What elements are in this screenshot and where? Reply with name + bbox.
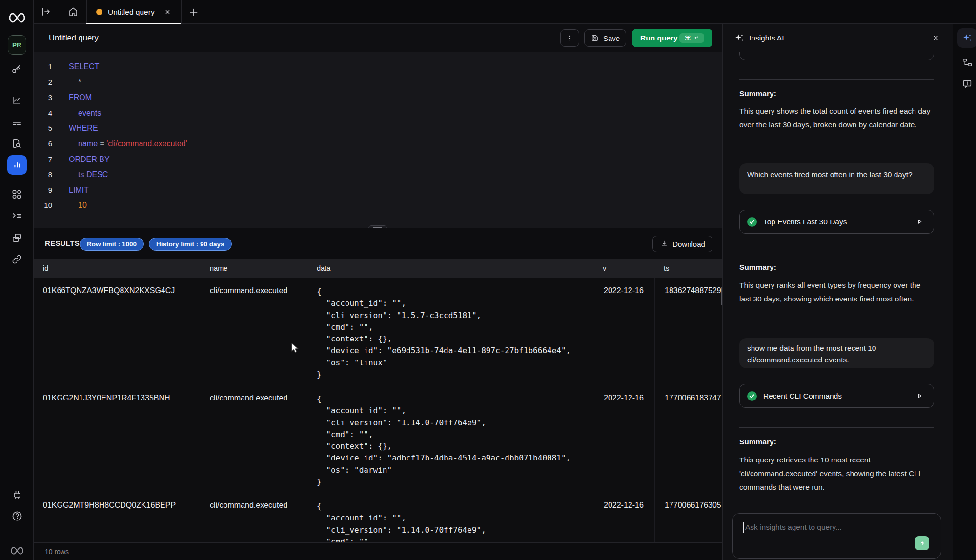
unsaved-dot-icon xyxy=(96,9,102,15)
cell-id: 01KGG2N1J3Y0ENP1R4F1335BNH xyxy=(43,394,170,402)
col-data: data xyxy=(317,259,330,278)
tab-close-icon[interactable] xyxy=(164,9,171,15)
mouse-cursor xyxy=(290,342,301,354)
insights-close-icon[interactable] xyxy=(932,34,939,41)
history-limit-pill[interactable]: History limit : 90 days xyxy=(149,238,232,251)
sql-editor[interactable]: 1SELECT 2* 3FROM 4events 5WHERE 6 name =… xyxy=(34,52,722,228)
cell-data: { "account_id": "", "cli_version": "1.14… xyxy=(317,393,570,488)
app-window: PR xyxy=(0,0,976,560)
home-icon[interactable] xyxy=(67,6,79,18)
table-header: id name data v ts xyxy=(34,259,722,278)
cell-v: 2022-12-16 xyxy=(604,286,644,295)
user-question-bubble: Which events fired most often in the las… xyxy=(739,163,934,194)
row-limit-pill[interactable]: Row limit : 1000 xyxy=(80,238,144,251)
summary-label: Summary: xyxy=(739,438,776,446)
query-header: Untitled query Save Run query ⌘ xyxy=(34,24,722,52)
download-button[interactable]: Download xyxy=(652,236,712,252)
save-icon xyxy=(590,34,599,42)
cell-name: cli/command.executed xyxy=(210,501,287,510)
summary-label: Summary: xyxy=(739,263,776,272)
plug-icon[interactable] xyxy=(0,490,34,501)
send-button[interactable] xyxy=(915,536,929,550)
rail-feedback-icon[interactable] xyxy=(962,79,973,89)
insights-panel: Insights AI Summary: This query shows th… xyxy=(722,24,953,560)
col-name: name xyxy=(210,259,227,278)
play-icon xyxy=(915,218,924,226)
app-logo-icon[interactable] xyxy=(0,12,34,23)
insights-title: Insights AI xyxy=(749,24,784,52)
log-list-icon[interactable] xyxy=(0,117,34,128)
rail-insights-icon[interactable] xyxy=(957,28,976,48)
results-label: RESULTS xyxy=(45,228,80,259)
cell-id: 01K66TQNZA3WFBQ8XN2KXSG4CJ xyxy=(43,286,175,295)
query-card[interactable]: Top Events Last 30 Days xyxy=(739,210,934,234)
cell-v: 2022-12-16 xyxy=(604,394,644,402)
save-button[interactable]: Save xyxy=(584,29,626,47)
cell-name: cli/command.executed xyxy=(210,394,287,402)
key-icon[interactable] xyxy=(0,63,34,75)
results-toolbar: RESULTS Row limit : 1000 History limit :… xyxy=(34,228,722,259)
cell-id: 01KGG2MT9H8H8CCDQ0ZK16BEPP xyxy=(43,501,176,510)
cell-v: 2022-12-16 xyxy=(604,501,644,510)
cell-ts: 1770066183747 xyxy=(665,394,721,402)
insights-header: Insights AI xyxy=(723,24,953,52)
cell-data: { "account_id": "", "cli_version": "1.14… xyxy=(317,500,486,542)
download-icon xyxy=(660,240,669,248)
arrow-up-icon xyxy=(918,540,926,547)
scrolled-card-partial xyxy=(739,52,934,60)
sparkles-icon xyxy=(734,33,745,43)
collapse-sidebar-icon[interactable] xyxy=(40,6,52,18)
more-options-button[interactable] xyxy=(560,29,579,47)
insights-input[interactable]: Ask insights agent to query... xyxy=(732,513,941,559)
play-icon xyxy=(915,392,924,400)
tab-untitled-query[interactable]: Untitled query xyxy=(86,0,181,24)
tab-bar: Untitled query xyxy=(34,0,976,24)
status-bar: 10 rows xyxy=(34,542,722,560)
footer-logo-icon xyxy=(0,546,34,555)
user-question-bubble: show me data from the most recent 10 cli… xyxy=(739,338,934,368)
table-body: 01K66TQNZA3WFBQ8XN2KXSG4CJ cli/command.e… xyxy=(34,278,722,542)
bar-chart-icon-active[interactable] xyxy=(0,155,34,175)
summary-text: This query retrieves the 10 most recent … xyxy=(739,453,932,494)
text-cursor xyxy=(743,522,744,533)
shapes-grid-icon[interactable] xyxy=(0,189,34,200)
summary-label: Summary: xyxy=(739,89,776,98)
new-tab-icon[interactable] xyxy=(188,6,200,18)
workspace-badge[interactable]: PR xyxy=(0,35,34,55)
col-v: v xyxy=(603,259,606,278)
cell-name: cli/command.executed xyxy=(210,286,287,295)
col-id: id xyxy=(43,259,48,278)
return-key-icon xyxy=(692,35,699,41)
col-ts: ts xyxy=(664,259,669,278)
check-circle-icon xyxy=(747,217,757,227)
tab-title: Untitled query xyxy=(108,0,155,24)
right-rail xyxy=(953,24,976,560)
line-chart-icon[interactable] xyxy=(0,95,34,106)
query-card[interactable]: Recent CLI Commands xyxy=(739,384,934,408)
doc-search-icon[interactable] xyxy=(0,139,34,150)
summary-text: This query shows the total count of even… xyxy=(739,104,932,132)
row-count: 10 rows xyxy=(45,548,69,556)
cell-data: { "account_id": "", "cli_version": "1.5.… xyxy=(317,286,570,380)
help-icon[interactable] xyxy=(0,510,34,522)
rail-tree-icon[interactable] xyxy=(962,57,973,68)
link-icon[interactable] xyxy=(0,254,34,265)
run-shortcut-badge: ⌘ xyxy=(679,33,704,43)
input-placeholder: Ask insights agent to query... xyxy=(745,522,842,533)
windows-icon[interactable] xyxy=(0,232,34,243)
check-circle-icon xyxy=(747,391,757,401)
terminal-list-icon[interactable] xyxy=(0,210,34,221)
left-sidebar: PR xyxy=(0,0,34,560)
run-query-button[interactable]: Run query ⌘ xyxy=(632,29,712,47)
cell-ts: 1836274887529 xyxy=(665,286,721,295)
summary-text: This query ranks all event types by freq… xyxy=(739,279,932,306)
cell-ts: 1770066176305 xyxy=(665,501,721,510)
query-title: Untitled query xyxy=(49,24,99,52)
